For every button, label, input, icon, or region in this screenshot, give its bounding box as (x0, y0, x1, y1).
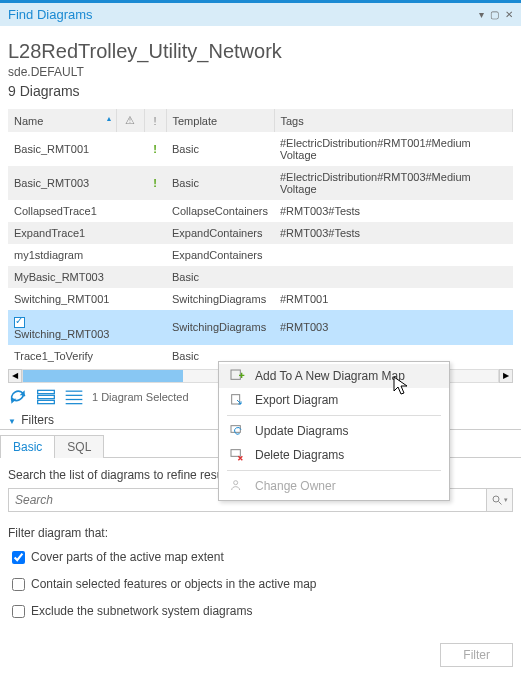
cell-warn (116, 266, 144, 288)
table-row[interactable]: ExpandTrace1ExpandContainers#RMT003#Test… (8, 222, 513, 244)
svg-point-7 (493, 496, 499, 502)
cell-excl (144, 310, 166, 345)
cell-name: Basic_RMT003 (8, 166, 116, 200)
dropdown-icon[interactable]: ▾ (479, 9, 484, 20)
opt-exclude[interactable]: Exclude the subnetwork system diagrams (8, 602, 513, 621)
opt-contain[interactable]: Contain selected features or objects in … (8, 575, 513, 594)
table-row[interactable]: Switching_RMT001SwitchingDiagrams#RMT001 (8, 288, 513, 310)
cell-template: Basic (166, 132, 274, 166)
col-name[interactable]: Name▲ (8, 109, 116, 132)
cell-warn (116, 288, 144, 310)
cell-warn (116, 132, 144, 166)
filter-button[interactable]: Filter (440, 643, 513, 667)
col-warn[interactable]: ⚠ (116, 109, 144, 132)
svg-rect-12 (231, 450, 240, 457)
cell-name: Basic_RMT001 (8, 132, 116, 166)
filter-that-label: Filter diagram that: (8, 526, 513, 540)
cell-excl (144, 222, 166, 244)
cell-warn (116, 200, 144, 222)
cm-change-owner: Change Owner (219, 474, 449, 498)
delete-icon (229, 447, 245, 463)
table-row[interactable]: MyBasic_RMT003Basic (8, 266, 513, 288)
svg-rect-10 (232, 395, 240, 404)
diagram-table: Name▲ ⚠ ! Template Tags Basic_RMT001!Bas… (8, 109, 513, 367)
tab-basic[interactable]: Basic (0, 435, 55, 458)
scroll-left-icon[interactable]: ◀ (8, 369, 22, 383)
pane-header: Find Diagrams ▾ ▢ ✕ (0, 0, 521, 26)
cell-warn (116, 310, 144, 345)
view-compact-button[interactable] (64, 389, 84, 405)
cell-template: Basic (166, 266, 274, 288)
cell-warn (116, 166, 144, 200)
cell-excl (144, 345, 166, 367)
pane-title: Find Diagrams (8, 7, 93, 22)
chevron-down-icon: ▼ (8, 417, 16, 426)
cell-tags: #RMT001 (274, 288, 513, 310)
cm-export[interactable]: Export Diagram (219, 388, 449, 412)
svg-line-8 (499, 501, 502, 504)
diagram-count: 9 Diagrams (8, 83, 513, 99)
network-name: L28RedTrolley_Utility_Network (8, 40, 513, 63)
view-list-button[interactable] (36, 389, 56, 405)
svg-point-13 (234, 481, 238, 485)
row-checkbox[interactable] (14, 317, 25, 328)
cell-template: Basic (166, 166, 274, 200)
svg-rect-1 (38, 395, 55, 398)
table-row[interactable]: Basic_RMT001!Basic#ElectricDistribution#… (8, 132, 513, 166)
close-icon[interactable]: ✕ (505, 9, 513, 20)
scroll-right-icon[interactable]: ▶ (499, 369, 513, 383)
cell-name: MyBasic_RMT003 (8, 266, 116, 288)
cell-tags: #RMT003#Tests (274, 200, 513, 222)
tab-sql[interactable]: SQL (54, 435, 104, 458)
update-icon (229, 423, 245, 439)
cell-excl (144, 288, 166, 310)
selection-status: 1 Diagram Selected (92, 391, 189, 403)
cell-excl: ! (144, 132, 166, 166)
owner-text: sde.DEFAULT (8, 65, 513, 79)
cell-tags: #ElectricDistribution#RMT001#Medium Volt… (274, 132, 513, 166)
cm-update[interactable]: Update Diagrams (219, 419, 449, 443)
refresh-button[interactable] (8, 389, 28, 405)
cell-tags (274, 266, 513, 288)
svg-rect-9 (231, 370, 240, 379)
restore-icon[interactable]: ▢ (490, 9, 499, 20)
cm-delete[interactable]: Delete Diagrams (219, 443, 449, 467)
cell-template: SwitchingDiagrams (166, 310, 274, 345)
cm-add-to-new-map[interactable]: Add To A New Diagram Map (219, 364, 449, 388)
opt-cover[interactable]: Cover parts of the active map extent (8, 548, 513, 567)
cell-template: SwitchingDiagrams (166, 288, 274, 310)
search-button[interactable]: ▾ (487, 488, 513, 512)
cell-name: my1stdiagram (8, 244, 116, 266)
table-row[interactable]: Switching_RMT003SwitchingDiagrams#RMT003 (8, 310, 513, 345)
cell-name: Trace1_ToVerify (8, 345, 116, 367)
table-row[interactable]: my1stdiagramExpandContainers (8, 244, 513, 266)
cell-template: ExpandContainers (166, 222, 274, 244)
cell-excl (144, 266, 166, 288)
svg-rect-2 (38, 400, 55, 403)
table-row[interactable]: Basic_RMT003!Basic#ElectricDistribution#… (8, 166, 513, 200)
cell-excl (144, 244, 166, 266)
table-row[interactable]: CollapsedTrace1CollapseContainers#RMT003… (8, 200, 513, 222)
cell-template: CollapseContainers (166, 200, 274, 222)
cell-tags: #ElectricDistribution#RMT003#Medium Volt… (274, 166, 513, 200)
col-template[interactable]: Template (166, 109, 274, 132)
cell-warn (116, 222, 144, 244)
cell-name: Switching_RMT001 (8, 288, 116, 310)
col-tags[interactable]: Tags (274, 109, 513, 132)
cell-name: CollapsedTrace1 (8, 200, 116, 222)
cell-warn (116, 345, 144, 367)
col-excl[interactable]: ! (144, 109, 166, 132)
cell-name: ExpandTrace1 (8, 222, 116, 244)
context-menu: Add To A New Diagram Map Export Diagram … (218, 361, 450, 501)
cell-tags: #RMT003#Tests (274, 222, 513, 244)
cell-tags (274, 244, 513, 266)
cell-excl (144, 200, 166, 222)
cell-warn (116, 244, 144, 266)
svg-rect-0 (38, 390, 55, 393)
cell-template: ExpandContainers (166, 244, 274, 266)
map-add-icon (229, 368, 245, 384)
export-icon (229, 392, 245, 408)
cell-excl: ! (144, 166, 166, 200)
cell-tags: #RMT003 (274, 310, 513, 345)
cell-name: Switching_RMT003 (8, 310, 116, 345)
